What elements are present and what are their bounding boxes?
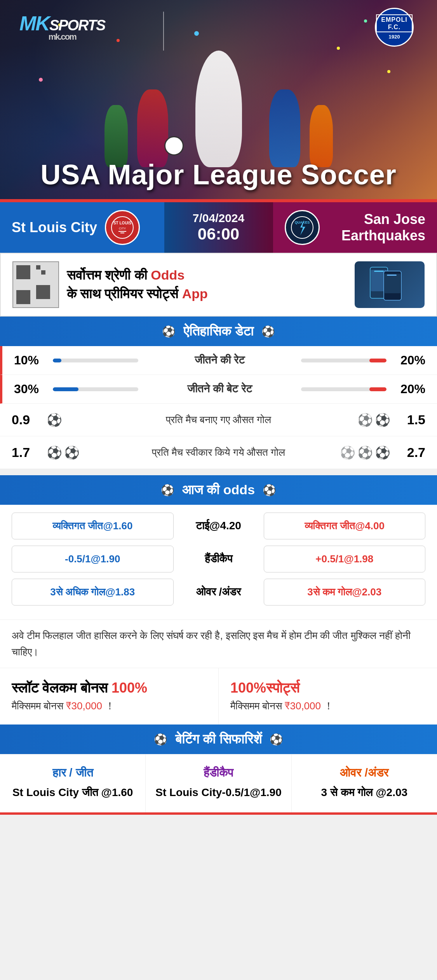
ball-icon-3: ⚽ [375, 413, 390, 427]
goals-icons-right2: ⚽ ⚽ ⚽ [344, 445, 390, 460]
confetti [39, 78, 43, 82]
svg-rect-12 [374, 271, 384, 272]
ball-icon-1: ⚽ [47, 413, 62, 427]
bonus-sports[interactable]: 100%स्पोर्ट्स मैक्सिमम बोनस ₹30,000 ！ [219, 668, 437, 724]
betting-col-handicap: हैंडीकैप St Louis City-0.5/1@1.90 [146, 754, 291, 812]
odds-overunder-label: ओवर /अंडर [180, 586, 258, 598]
promo-qr-code [12, 261, 59, 308]
partner-name: EMPOLI F.C. 1920 [376, 14, 413, 40]
match-bar: St Louis City ST LOUIS CITY 7/04/2024 06… [0, 202, 437, 253]
svg-text:CITY: CITY [119, 227, 126, 230]
odds-row-2: -0.5/1@1.90 हैंडीकैप +0.5/1@1.98 [12, 546, 425, 572]
brand-mk: MK [19, 12, 49, 35]
odds-handicap-label: हैंडीकैप [180, 553, 258, 565]
partner-logo: EMPOLI F.C. 1920 [375, 8, 414, 47]
betting-row: हार / जीत St Louis City जीत @1.60 हैंडीक… [0, 754, 437, 812]
win-rate-bar-right [301, 359, 387, 362]
goals-scored-right: 1.5 [394, 412, 425, 427]
betting-col-wl: हार / जीत St Louis City जीत @1.60 [0, 754, 146, 812]
bonus-slot[interactable]: स्लॉट वेलकम बोनस 100% मैक्सिमम बोनस ₹30,… [0, 668, 219, 724]
odds-handicap-left[interactable]: -0.5/1@1.90 [12, 546, 174, 572]
odds-under[interactable]: 3से कम गोल@2.03 [264, 579, 426, 606]
goals-conceded-left: 1.7 [12, 445, 43, 460]
stat-row-win-rate: 10% जीतने की रेट 20% [0, 346, 437, 375]
promo-line1: सर्वोत्तम श्रेणी की [67, 268, 147, 282]
svg-rect-13 [387, 275, 397, 276]
bonus-sports-title: 100%स्पोर्ट्स [230, 680, 425, 696]
hero-title: USA Major League Soccer [0, 159, 437, 191]
goals-conceded-label: प्रति मैच स्वीकार किये गये औसत गोल [97, 446, 340, 458]
bonus-slot-amount: ₹30,000 [66, 700, 102, 712]
bonus-slot-subtitle: मैक्सिमम बोनस ₹30,000 ！ [12, 699, 207, 713]
svg-rect-11 [385, 274, 400, 293]
bet-rate-label: जीतने की बेट रेट [146, 383, 293, 396]
win-rate-left: 10% [14, 353, 45, 368]
odds-handicap-right[interactable]: +0.5/1@1.98 [264, 546, 426, 572]
bottom-separator [0, 812, 437, 815]
bonus-sports-subtitle: मैक्सिमम बोनस ₹30,000 ！ [230, 699, 425, 713]
odds-ball-right: ⚽ [263, 484, 276, 497]
odds-tie[interactable]: टाई@4.20 [180, 520, 258, 532]
promo-banner[interactable]: सर्वोत्तम श्रेणी की Odds के साथ प्रीमियर… [0, 253, 437, 317]
historical-ball-left: ⚽ [162, 325, 176, 338]
betting-handicap-value: St Louis City-0.5/1@1.90 [153, 784, 283, 801]
match-date: 7/04/2024 [193, 212, 244, 225]
away-team-name: San Jose Earthquakes [327, 211, 426, 244]
bonus-sports-suffix: ！ [324, 700, 334, 712]
ball-icon-8: ⚽ [375, 445, 390, 460]
historical-title: ऐतिहासिक डेटा [183, 324, 253, 339]
ball-icon-2: ⚽ [357, 413, 373, 427]
odds-home-win[interactable]: व्यक्तिगत जीत@1.60 [12, 513, 174, 539]
bet-rate-right: 20% [394, 382, 425, 396]
historical-section: 10% जीतने की रेट 20% 30% जीतने की बेट रे… [0, 346, 437, 469]
bet-rate-left: 30% [14, 382, 45, 396]
home-team-logo: ST LOUIS CITY [105, 210, 140, 245]
promo-app: App [182, 286, 208, 301]
bet-rate-bar-left [53, 387, 138, 391]
odds-row-1: व्यक्तिगत जीत@1.60 टाई@4.20 व्यक्तिगत जी… [12, 513, 425, 539]
hero-bottom-accent [0, 199, 437, 202]
bonus-slot-pct: 100% [111, 680, 147, 696]
ball-icon-6: ⚽ [340, 445, 355, 460]
goals-icons-right: ⚽ ⚽ [344, 413, 390, 427]
win-rate-bar-left [53, 359, 138, 362]
players-illustration [83, 31, 355, 167]
ball-icon-5: ⚽ [64, 445, 80, 460]
notice-section: अवे टीम फिलहाल जीत हासिल करने के लिए संघ… [0, 620, 437, 668]
goals-icons-left: ⚽ [47, 413, 93, 427]
away-team-section: QUAKES San Jose Earthquakes [273, 202, 437, 253]
promo-text: सर्वोत्तम श्रेणी की Odds के साथ प्रीमियर… [67, 266, 347, 303]
goal-scored-row: 0.9 ⚽ प्रति मैच बनाए गए औसत गोल ⚽ ⚽ 1.5 [0, 404, 437, 436]
bonus-section[interactable]: स्लॉट वेलकम बोनस 100% मैक्सिमम बोनस ₹30,… [0, 668, 437, 724]
bonus-slot-text: स्लॉट वेलकम बोनस [12, 680, 108, 696]
betting-header: ⚽ बेटिंग की सिफारिशें ⚽ [0, 724, 437, 754]
hero-banner: MKSPORTS mk.com EMPOLI F.C. 1920 USA Maj… [0, 0, 437, 202]
betting-wl-title: हार / जीत [8, 766, 138, 780]
odds-away-win[interactable]: व्यक्तिगत जीत@4.00 [264, 513, 426, 539]
bonus-slot-suffix: ！ [105, 700, 115, 712]
goals-icons-left2: ⚽ ⚽ [47, 445, 93, 460]
home-team-name: St Louis City [12, 219, 97, 236]
ball-icon-7: ⚽ [357, 445, 373, 460]
notice-text: अवे टीम फिलहाल जीत हासिल करने के लिए संघ… [12, 630, 411, 658]
bonus-sports-amount: ₹30,000 [285, 700, 321, 712]
odds-ball-left: ⚽ [161, 484, 174, 497]
win-rate-bar-right-fill [369, 359, 387, 362]
confetti [364, 19, 367, 23]
home-team-section: St Louis City ST LOUIS CITY [0, 202, 164, 253]
odds-over[interactable]: 3से अधिक गोल@1.83 [12, 579, 174, 606]
bet-rate-bar-right-fill [369, 387, 387, 391]
historical-ball-right: ⚽ [261, 325, 275, 338]
promo-line2: के साथ प्रीमियर स्पोर्ट्स [67, 286, 178, 301]
bonus-slot-title: स्लॉट वेलकम बोनस 100% [12, 680, 207, 696]
bet-rate-bar-left-fill [53, 387, 78, 391]
betting-ball-right: ⚽ [270, 733, 283, 746]
odds-row-3: 3से अधिक गोल@1.83 ओवर /अंडर 3से कम गोल@2… [12, 579, 425, 606]
betting-title: बेटिंग की सिफारिशें [175, 732, 262, 747]
bet-rate-bar-right [301, 387, 387, 391]
betting-handicap-title: हैंडीकैप [153, 766, 283, 780]
svg-text:ST LOUIS: ST LOUIS [113, 221, 131, 225]
odds-header: ⚽ आज की odds ⚽ [0, 475, 437, 505]
betting-ball-left: ⚽ [154, 733, 167, 746]
betting-ou-value: 3 से कम गोल @2.03 [299, 784, 429, 801]
